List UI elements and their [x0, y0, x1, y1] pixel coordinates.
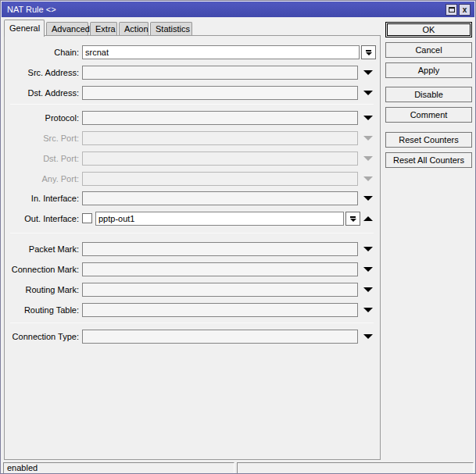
connection-mark-field[interactable]: [82, 262, 358, 276]
out-interface-input[interactable]: [95, 212, 344, 226]
close-button[interactable]: x: [459, 4, 471, 16]
routing-mark-label: Routing Mark:: [4, 283, 79, 297]
dst-address-label: Dst. Address:: [4, 86, 79, 100]
connection-mark-label: Connection Mark:: [4, 262, 79, 276]
status-secondary: [237, 462, 474, 474]
routing-table-dropdown-icon[interactable]: [363, 308, 373, 312]
dst-address-field[interactable]: [82, 86, 358, 100]
routing-table-label: Routing Table:: [4, 303, 79, 317]
tab-extra[interactable]: Extra: [90, 22, 117, 36]
chain-dropdown-button[interactable]: [361, 45, 376, 59]
separator: [10, 323, 374, 323]
any-port-dropdown-icon: [363, 176, 373, 181]
out-interface-label: Out. Interface:: [4, 212, 79, 226]
packet-mark-label: Packet Mark:: [4, 242, 79, 256]
routing-table-field[interactable]: [82, 303, 358, 317]
dropdown-icon: [350, 216, 356, 218]
apply-button[interactable]: Apply: [385, 62, 472, 78]
nat-rule-dialog: NAT Rule <> x General Advanced Extra Act…: [0, 0, 476, 474]
titlebar[interactable]: NAT Rule <> x: [2, 2, 474, 17]
connection-mark-dropdown-icon[interactable]: [363, 267, 373, 272]
close-icon: x: [463, 5, 467, 15]
routing-mark-field[interactable]: [82, 283, 358, 297]
dst-port-field: [82, 151, 358, 166]
tab-general[interactable]: General: [4, 20, 45, 37]
connection-type-dropdown-icon[interactable]: [363, 334, 373, 339]
tab-action-label: Action: [124, 24, 149, 34]
tab-advanced[interactable]: Advanced: [46, 22, 88, 36]
tab-extra-label: Extra: [95, 24, 116, 34]
any-port-label: Any. Port:: [4, 172, 79, 186]
src-port-label: Src. Port:: [4, 131, 79, 145]
src-port-dropdown-icon: [363, 136, 373, 141]
routing-mark-dropdown-icon[interactable]: [363, 287, 373, 292]
reset-counters-button[interactable]: Reset Counters: [385, 132, 472, 148]
separator: [10, 104, 374, 105]
src-address-dropdown-icon[interactable]: [363, 70, 373, 75]
comment-button[interactable]: Comment: [385, 107, 472, 123]
in-interface-label: In. Interface:: [4, 191, 79, 205]
tab-action[interactable]: Action: [119, 22, 149, 36]
cancel-button[interactable]: Cancel: [385, 42, 472, 58]
out-interface-collapse-icon[interactable]: [363, 216, 373, 221]
status-text: enabled: [7, 463, 38, 472]
dst-port-dropdown-icon: [363, 156, 373, 161]
in-interface-dropdown-icon[interactable]: [363, 196, 373, 201]
protocol-dropdown-icon[interactable]: [363, 116, 373, 120]
protocol-label: Protocol:: [4, 111, 79, 125]
dst-port-label: Dst. Port:: [4, 151, 79, 166]
dropdown-arrow-icon: [366, 52, 372, 55]
packet-mark-dropdown-icon[interactable]: [363, 247, 373, 251]
packet-mark-field[interactable]: [82, 242, 358, 256]
dropdown-arrow-icon: [350, 219, 356, 222]
chain-input[interactable]: [82, 45, 360, 59]
in-interface-field[interactable]: [82, 191, 358, 205]
separator: [10, 233, 374, 233]
disable-button[interactable]: Disable: [385, 87, 472, 102]
dst-address-dropdown-icon[interactable]: [363, 91, 373, 95]
src-port-field: [82, 131, 358, 145]
window-title: NAT Rule <>: [7, 5, 56, 14]
status-enabled: enabled: [3, 462, 234, 474]
maximize-button[interactable]: [446, 4, 457, 16]
src-address-label: Src. Address:: [4, 66, 79, 80]
connection-type-field[interactable]: [82, 330, 358, 344]
reset-all-counters-button[interactable]: Reset All Counters: [385, 152, 472, 168]
any-port-field: [82, 172, 358, 186]
ok-button[interactable]: OK: [385, 22, 472, 37]
tab-advanced-label: Advanced: [52, 24, 90, 34]
protocol-field[interactable]: [82, 111, 358, 125]
dropdown-icon: [366, 50, 371, 52]
out-interface-not-checkbox[interactable]: [82, 213, 92, 223]
tab-statistics[interactable]: Statistics: [150, 22, 192, 36]
maximize-icon: [449, 7, 455, 12]
src-address-field[interactable]: [82, 66, 358, 80]
connection-type-label: Connection Type:: [4, 330, 79, 344]
out-interface-dropdown-button[interactable]: [345, 212, 360, 226]
tab-statistics-label: Statistics: [156, 24, 190, 34]
chain-label: Chain:: [4, 45, 79, 59]
tab-general-label: General: [9, 23, 40, 33]
